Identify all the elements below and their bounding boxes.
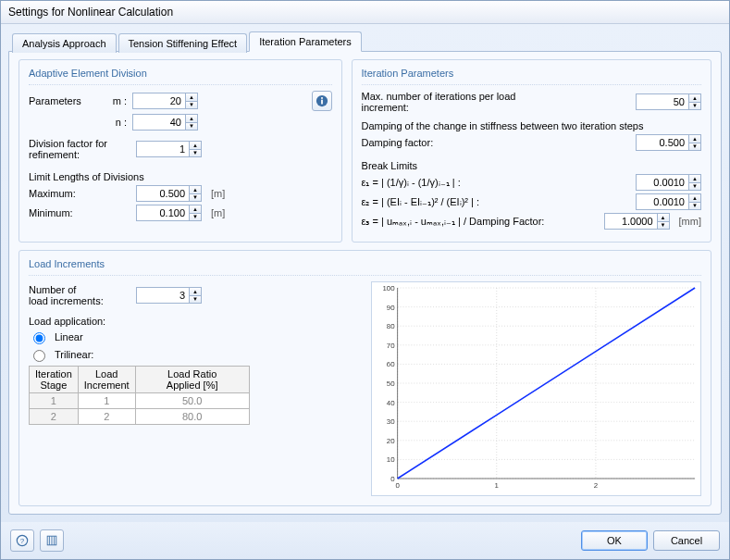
spinner-up-icon[interactable]: ▲ (688, 93, 701, 102)
group-load-increments: Load Increments Number of load increment… (19, 250, 711, 506)
load-left-pane: Number of load increments: ▲▼ Load appli… (29, 281, 362, 496)
svg-text:10: 10 (387, 455, 395, 464)
damping-factor-input[interactable] (636, 134, 688, 151)
group-title: Iteration Parameters (362, 68, 701, 85)
eps3-label: ε₃ = | uₘₐₓ,ᵢ - uₘₐₓ,ᵢ₋₁ | / Damping Fac… (362, 216, 593, 228)
spinner-up-icon[interactable]: ▲ (657, 213, 670, 221)
info-button[interactable] (312, 91, 332, 111)
table-row: 1 1 50.0 (30, 393, 250, 409)
svg-text:30: 30 (387, 417, 395, 426)
eps1-input[interactable] (636, 174, 688, 191)
cell-stage: 2 (30, 409, 79, 425)
titlebar: Settings for Nonlinear Calculation (1, 1, 729, 24)
eps1-label: ε₁ = | (1/γ)ᵢ - (1/γ)ᵢ₋₁ | : (362, 177, 593, 189)
tab-panel: Adaptive Element Division Parameters m :… (8, 51, 722, 515)
cell-ratio: 50.0 (135, 393, 249, 409)
damping-factor-label: Damping factor: (362, 137, 565, 148)
num-increments-input[interactable] (136, 287, 189, 304)
max-iter-input[interactable] (636, 93, 688, 110)
limit-lengths-title: Limit Lengths of Divisions (29, 171, 332, 182)
svg-text:20: 20 (387, 437, 395, 445)
n-spinner[interactable]: ▲▼ (132, 114, 198, 131)
svg-text:90: 90 (387, 304, 395, 312)
division-factor-spinner[interactable]: ▲▼ (136, 141, 202, 157)
spinner-up-icon[interactable]: ▲ (189, 205, 202, 213)
svg-text:0: 0 (395, 481, 400, 490)
buttonbar: ? OK Cancel (1, 522, 729, 559)
m-spinner[interactable]: ▲▼ (132, 93, 198, 109)
spinner-up-icon[interactable]: ▲ (189, 287, 202, 295)
maximum-unit: [m] (211, 188, 225, 199)
eps3-input[interactable] (604, 213, 657, 230)
trilinear-label: Trilinear: (55, 349, 93, 360)
n-input[interactable] (132, 114, 185, 131)
help-button[interactable]: ? (10, 529, 34, 552)
spinner-down-icon[interactable]: ▼ (185, 122, 198, 131)
cell-increment: 1 (78, 393, 135, 409)
minimum-label: Minimum: (29, 207, 130, 218)
division-factor-input[interactable] (136, 141, 189, 157)
cancel-button[interactable]: Cancel (653, 530, 720, 551)
trilinear-table: Iteration Stage Load Increment Load Rati… (29, 366, 250, 425)
upper-row: Adaptive Element Division Parameters m :… (19, 59, 711, 243)
spinner-down-icon[interactable]: ▼ (189, 149, 202, 158)
num-increments-spinner[interactable]: ▲▼ (136, 287, 202, 304)
radio-linear[interactable] (33, 332, 45, 344)
spinner-up-icon[interactable]: ▲ (688, 193, 701, 202)
group-iteration-parameters: Iteration Parameters Max. number of iter… (352, 59, 711, 243)
spinner-down-icon[interactable]: ▼ (688, 182, 701, 192)
minimum-spinner[interactable]: ▲▼ (136, 205, 202, 221)
spinner-up-icon[interactable]: ▲ (688, 174, 701, 182)
spinner-down-icon[interactable]: ▼ (189, 295, 202, 305)
minimum-input[interactable] (136, 205, 189, 221)
tab-analysis-approach[interactable]: Analysis Approach (12, 33, 117, 53)
cell-ratio: 80.0 (135, 409, 249, 425)
eps3-spinner[interactable]: ▲▼ (604, 213, 670, 230)
eps2-spinner[interactable]: ▲▼ (636, 193, 701, 210)
spinner-down-icon[interactable]: ▼ (688, 102, 701, 111)
load-chart: 0102030405060708090100012 (371, 281, 701, 496)
division-factor-label: Division factor for refinement: (29, 138, 130, 160)
max-iter-label: Max. number of iterations per load incre… (362, 91, 565, 113)
spinner-down-icon[interactable]: ▼ (688, 202, 701, 211)
maximum-spinner[interactable]: ▲▼ (136, 185, 202, 202)
svg-text:60: 60 (387, 360, 395, 368)
spinner-down-icon[interactable]: ▼ (657, 221, 670, 230)
svg-text:100: 100 (382, 284, 395, 292)
svg-rect-2 (321, 97, 323, 99)
spinner-down-icon[interactable]: ▼ (688, 143, 701, 152)
chart-svg: 0102030405060708090100012 (372, 282, 700, 495)
table-row: 2 2 80.0 (30, 409, 250, 425)
cell-increment: 2 (78, 409, 135, 425)
eps2-input[interactable] (636, 193, 688, 210)
dialog-window: Settings for Nonlinear Calculation Analy… (0, 0, 730, 560)
spinner-down-icon[interactable]: ▼ (185, 101, 198, 110)
break-limits-title: Break Limits (362, 160, 701, 171)
spinner-up-icon[interactable]: ▲ (688, 134, 701, 143)
units-button[interactable] (40, 529, 64, 552)
svg-text:70: 70 (387, 342, 395, 350)
help-icon: ? (16, 534, 29, 547)
spinner-down-icon[interactable]: ▼ (189, 193, 202, 203)
spinner-up-icon[interactable]: ▲ (189, 141, 202, 149)
maximum-input[interactable] (136, 185, 189, 202)
group-title: Adaptive Element Division (29, 68, 332, 85)
ok-button[interactable]: OK (581, 530, 648, 551)
svg-text:1: 1 (495, 481, 500, 490)
maximum-label: Maximum: (29, 188, 130, 199)
cell-stage: 1 (30, 393, 79, 409)
spinner-up-icon[interactable]: ▲ (185, 114, 198, 122)
tab-iteration-parameters[interactable]: Iteration Parameters (249, 31, 362, 52)
m-input[interactable] (132, 93, 185, 109)
client-area: Analysis Approach Tension Stiffening Eff… (1, 24, 729, 522)
svg-text:?: ? (20, 537, 25, 545)
tab-tension-stiffening[interactable]: Tension Stiffening Effect (118, 33, 248, 53)
eps1-spinner[interactable]: ▲▼ (636, 174, 701, 191)
spinner-down-icon[interactable]: ▼ (189, 213, 202, 222)
spinner-up-icon[interactable]: ▲ (185, 93, 198, 101)
load-application-label: Load application: (29, 316, 362, 327)
max-iter-spinner[interactable]: ▲▼ (636, 93, 701, 110)
damping-factor-spinner[interactable]: ▲▼ (636, 134, 701, 151)
radio-trilinear[interactable] (33, 350, 45, 362)
spinner-up-icon[interactable]: ▲ (189, 185, 202, 193)
